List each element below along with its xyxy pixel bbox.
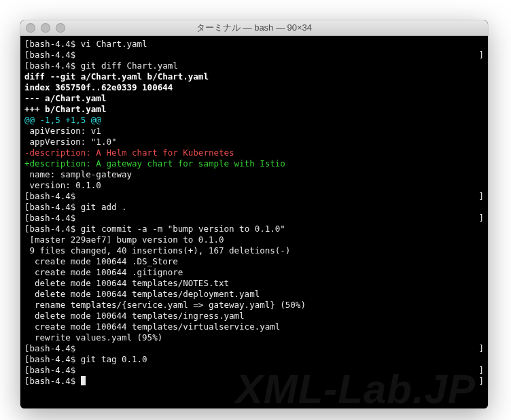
output-text: name: sample-gateway [24, 169, 132, 179]
command-text: git commit -a -m "bump version to 0.1.0" [81, 224, 285, 234]
output-text: appVersion: "1.0" [24, 137, 116, 147]
terminal-line: [master 229aef7] bump version to 0.1.0 [24, 234, 484, 245]
output-text: delete mode 100644 templates/ingress.yam… [24, 311, 245, 321]
bracket-open: [ [24, 213, 30, 223]
bracket-open: [ [24, 39, 30, 49]
prompt-dollar: $ [71, 191, 81, 201]
output-text: create mode 100644 .DS_Store [24, 256, 178, 266]
window-title: ターミナル — bash — 90×34 [20, 22, 488, 34]
bracket-open: [ [24, 376, 30, 386]
bracket-open: [ [24, 354, 30, 364]
prompt-dollar: $ [71, 50, 81, 60]
output-text: +++ b/Chart.yaml [24, 104, 106, 114]
terminal-line: index 365750f..62e0339 100644 [24, 82, 484, 93]
bracket-close: ] [478, 213, 484, 224]
terminal-line: diff --git a/Chart.yaml b/Chart.yaml [24, 71, 484, 82]
bracket-close: ] [478, 191, 484, 202]
output-text: delete mode 100644 templates/NOTES.txt [24, 278, 229, 288]
bracket-open: [ [24, 191, 30, 201]
terminal-line: [bash-4.4$ git commit -a -m "bump versio… [24, 224, 484, 234]
terminal-line: rename templates/{service.yaml => gatewa… [24, 300, 484, 311]
prompt-text: bash-4.4 [30, 376, 71, 386]
prompt-text: bash-4.4 [30, 354, 71, 364]
terminal-line: +++ b/Chart.yaml [24, 104, 484, 115]
prompt-dollar: $ [71, 354, 81, 364]
prompt-dollar: $ [71, 202, 81, 212]
output-text: apiVersion: v1 [24, 126, 101, 136]
bracket-close: ] [478, 343, 484, 354]
output-text: --- a/Chart.yaml [24, 93, 106, 103]
prompt-text: bash-4.4 [30, 39, 71, 49]
command-text: git tag 0.1.0 [81, 354, 147, 364]
output-text: delete mode 100644 templates/deployment.… [24, 289, 260, 299]
terminal-line: [bash-4.4$ git add . [24, 202, 484, 213]
bracket-open: [ [24, 202, 30, 212]
prompt-dollar: $ [71, 60, 81, 71]
prompt-dollar: $ [71, 365, 81, 375]
terminal-line: [bash-4.4$ ] [24, 191, 484, 202]
bracket-open: [ [24, 343, 30, 353]
terminal-line: +description: A gateway chart for sample… [24, 158, 484, 169]
terminal-line: create mode 100644 templates/virtualserv… [24, 321, 484, 332]
bracket-open: [ [24, 224, 30, 234]
bracket-close: ] [478, 50, 484, 60]
output-text: [master 229aef7] bump version to 0.1.0 [24, 234, 224, 245]
terminal-line: -description: A Helm chart for Kubernete… [24, 147, 484, 158]
minimize-icon[interactable] [41, 23, 50, 33]
terminal-window: ターミナル — bash — 90×34 [bash-4.4$ vi Chart… [20, 20, 488, 408]
prompt-dollar: $ [71, 213, 81, 223]
command-text: vi Chart.yaml [81, 39, 147, 49]
prompt-text: bash-4.4 [30, 224, 71, 234]
terminal-line: @@ -1,5 +1,5 @@ [24, 115, 484, 126]
bracket-open: [ [24, 60, 30, 71]
output-text: rename templates/{service.yaml => gatewa… [24, 300, 306, 310]
terminal-line: [bash-4.4$ git diff Chart.yaml [24, 60, 484, 71]
prompt-text: bash-4.4 [30, 50, 71, 60]
prompt-dollar: $ [71, 343, 81, 353]
terminal-line: appVersion: "1.0" [24, 137, 484, 147]
prompt-text: bash-4.4 [30, 191, 71, 201]
terminal-line: [bash-4.4$ ] [24, 343, 484, 354]
terminal-line: apiVersion: v1 [24, 126, 484, 137]
terminal-line: name: sample-gateway [24, 169, 484, 180]
output-text: rewrite values.yaml (95%) [24, 332, 162, 343]
close-icon[interactable] [26, 23, 35, 33]
terminal-line: delete mode 100644 templates/ingress.yam… [24, 311, 484, 321]
output-text: -description: A Helm chart for Kubernete… [24, 147, 234, 158]
terminal-line: delete mode 100644 templates/deployment.… [24, 289, 484, 300]
prompt-dollar: $ [71, 376, 81, 386]
prompt-text: bash-4.4 [30, 365, 71, 375]
prompt-dollar: $ [71, 224, 81, 234]
terminal-line: [bash-4.4$ ] [24, 376, 484, 387]
output-text: @@ -1,5 +1,5 @@ [24, 115, 101, 125]
prompt-text: bash-4.4 [30, 213, 71, 223]
zoom-icon[interactable] [56, 23, 65, 33]
output-text: version: 0.1.0 [24, 180, 101, 190]
terminal-line: create mode 100644 .DS_Store [24, 256, 484, 267]
terminal-line: delete mode 100644 templates/NOTES.txt [24, 278, 484, 289]
terminal-line: [bash-4.4$ ] [24, 365, 484, 376]
bracket-close: ] [478, 376, 484, 387]
terminal-body[interactable]: [bash-4.4$ vi Chart.yaml[bash-4.4$ ][bas… [20, 36, 488, 408]
output-text: create mode 100644 .gitignore [24, 267, 183, 277]
bracket-close: ] [478, 365, 484, 376]
terminal-line: rewrite values.yaml (95%) [24, 332, 484, 343]
output-text: +description: A gateway chart for sample… [24, 158, 285, 169]
cursor [81, 376, 86, 385]
prompt-text: bash-4.4 [30, 60, 71, 71]
output-text: index 365750f..62e0339 100644 [24, 82, 173, 92]
terminal-line: [bash-4.4$ git tag 0.1.0 [24, 354, 484, 365]
terminal-line: 9 files changed, 40 insertions(+), 167 d… [24, 245, 484, 256]
prompt-text: bash-4.4 [30, 343, 71, 353]
prompt-text: bash-4.4 [30, 202, 71, 212]
terminal-line: [bash-4.4$ ] [24, 213, 484, 224]
output-text: 9 files changed, 40 insertions(+), 167 d… [24, 245, 290, 256]
terminal-line: --- a/Chart.yaml [24, 93, 484, 104]
output-text: create mode 100644 templates/virtualserv… [24, 321, 280, 332]
titlebar[interactable]: ターミナル — bash — 90×34 [20, 20, 488, 36]
bracket-open: [ [24, 50, 30, 60]
traffic-lights [26, 23, 65, 33]
output-text: diff --git a/Chart.yaml b/Chart.yaml [24, 71, 209, 82]
terminal-line: [bash-4.4$ vi Chart.yaml [24, 39, 484, 50]
bracket-open: [ [24, 365, 30, 375]
